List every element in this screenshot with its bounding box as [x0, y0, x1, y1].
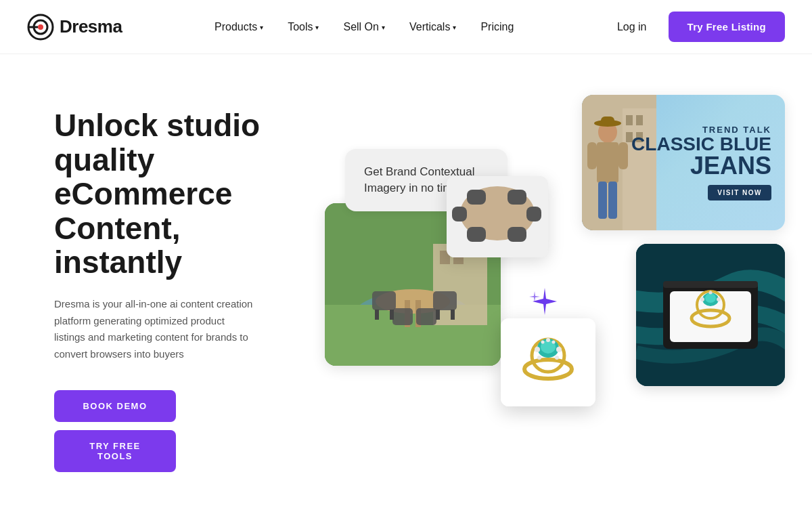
chevron-down-icon: ▾ — [260, 24, 263, 31]
svg-rect-32 — [390, 310, 394, 320]
try-free-listing-button[interactable]: Try Free Listing — [669, 12, 786, 42]
svg-point-64 — [541, 341, 545, 344]
ring-small-svg — [501, 318, 595, 406]
svg-rect-28 — [433, 291, 457, 310]
hero-left: Unlock studio quality eCommerce Content,… — [54, 95, 284, 499]
nav-tools[interactable]: Tools ▾ — [278, 16, 328, 39]
trend-subtitle: JEANS — [690, 154, 771, 178]
nav-pricing[interactable]: Pricing — [471, 16, 523, 39]
svg-rect-16 — [587, 142, 597, 169]
table-small-svg — [447, 176, 548, 257]
svg-point-65 — [552, 341, 556, 344]
chevron-down-icon: ▾ — [315, 24, 319, 31]
svg-point-51 — [700, 297, 704, 301]
sparkle-svg — [528, 284, 562, 318]
nav-verticals[interactable]: Verticals ▾ — [400, 16, 466, 39]
svg-rect-38 — [508, 190, 526, 205]
svg-point-60 — [556, 347, 562, 352]
svg-rect-17 — [618, 142, 628, 169]
svg-rect-12 — [601, 117, 614, 125]
logo-text: Dresma — [60, 16, 122, 37]
nav-links: Products ▾ Tools ▾ Sell On ▾ Verticals ▾… — [205, 16, 523, 39]
svg-point-61 — [537, 356, 541, 360]
svg-point-59 — [535, 347, 540, 352]
try-free-tools-button[interactable]: TRY FREE TOOLS — [54, 430, 176, 472]
nav-actions: Log in Try Free Listing — [606, 12, 785, 42]
ring-box-svg — [636, 244, 785, 386]
svg-rect-33 — [436, 310, 440, 320]
nav-products[interactable]: Products ▾ — [205, 16, 273, 39]
book-demo-button[interactable]: BOOK DEMO — [54, 390, 176, 422]
trend-card: TREND TALK CLASSIC BLUE JEANS VISIT NOW — [582, 95, 785, 230]
svg-rect-30 — [416, 308, 436, 325]
svg-rect-6 — [626, 115, 633, 125]
svg-rect-42 — [526, 207, 541, 221]
chevron-down-icon: ▾ — [382, 24, 385, 31]
svg-rect-54 — [501, 318, 595, 406]
svg-rect-13 — [597, 142, 618, 183]
table-overhead-card — [447, 176, 548, 257]
main-content: Unlock studio quality eCommerce Content,… — [0, 54, 812, 508]
svg-rect-37 — [467, 190, 486, 205]
navbar: Dresma Products ▾ Tools ▾ Sell On ▾ Vert… — [0, 0, 812, 54]
logo[interactable]: Dresma — [27, 14, 122, 41]
svg-point-2 — [38, 24, 43, 30]
svg-rect-15 — [608, 182, 617, 219]
visit-now-button[interactable]: VISIT NOW — [708, 185, 771, 200]
chevron-down-icon: ▾ — [453, 24, 456, 31]
svg-point-63 — [546, 338, 550, 342]
ring-small-card — [501, 318, 595, 406]
svg-rect-27 — [372, 291, 396, 310]
hero-description: Dresma is your all-in-one ai content cre… — [54, 296, 257, 363]
svg-rect-39 — [467, 227, 486, 242]
svg-rect-7 — [636, 115, 643, 125]
hero-collage: Get Brand Contextual Imagery in no time! — [325, 95, 785, 447]
svg-point-52 — [717, 297, 721, 301]
cta-buttons: BOOK DEMO TRY FREE TOOLS — [54, 390, 284, 472]
login-button[interactable]: Log in — [606, 16, 658, 39]
svg-rect-29 — [392, 308, 413, 325]
svg-rect-40 — [508, 227, 526, 242]
svg-rect-14 — [598, 182, 607, 219]
svg-point-62 — [555, 356, 559, 360]
svg-point-53 — [709, 291, 713, 295]
svg-rect-41 — [452, 207, 467, 221]
svg-rect-45 — [663, 281, 758, 288]
svg-rect-31 — [375, 310, 379, 320]
svg-rect-34 — [451, 310, 455, 320]
ring-box-card — [636, 244, 785, 386]
trend-title: CLASSIC BLUE — [631, 135, 771, 154]
svg-point-50 — [705, 293, 716, 303]
hero-title: Unlock studio quality eCommerce Content,… — [54, 108, 284, 280]
logo-icon — [27, 14, 54, 41]
nav-sell-on[interactable]: Sell On ▾ — [334, 16, 394, 39]
